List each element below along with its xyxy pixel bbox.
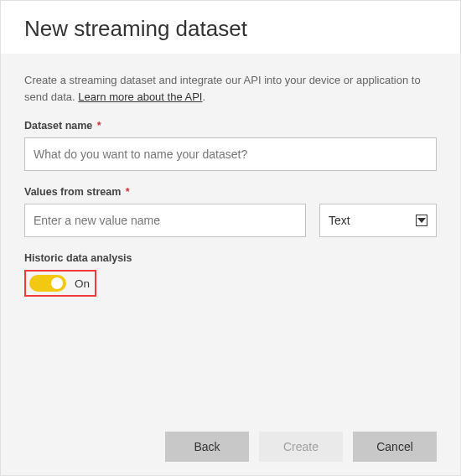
values-stream-label-text: Values from stream: [24, 186, 121, 198]
value-type-selected: Text: [329, 214, 350, 227]
chevron-down-icon: [416, 215, 427, 226]
streaming-dataset-panel: New streaming dataset Create a streaming…: [0, 0, 461, 476]
required-mark: *: [97, 120, 101, 132]
cancel-button[interactable]: Cancel: [353, 432, 437, 462]
dataset-name-group: Dataset name *: [24, 120, 437, 171]
dataset-name-label-text: Dataset name: [24, 120, 92, 132]
historic-label: Historic data analysis: [24, 252, 437, 264]
value-type-select[interactable]: Text: [319, 204, 437, 237]
historic-group: Historic data analysis On: [24, 252, 437, 297]
panel-body: Create a streaming dataset and integrate…: [1, 54, 460, 475]
create-button[interactable]: Create: [259, 432, 343, 462]
values-stream-label: Values from stream *: [24, 186, 437, 198]
intro-suffix: .: [202, 91, 205, 103]
historic-toggle-state: On: [75, 277, 90, 290]
historic-toggle[interactable]: [29, 275, 66, 292]
dataset-name-label: Dataset name *: [24, 120, 437, 132]
panel-title: New streaming dataset: [24, 16, 437, 42]
learn-more-link[interactable]: Learn more about the API: [78, 91, 202, 103]
back-button[interactable]: Back: [165, 432, 249, 462]
values-stream-row: Text: [24, 204, 437, 237]
values-stream-group: Values from stream * Text: [24, 186, 437, 237]
required-mark: *: [126, 186, 130, 198]
panel-header: New streaming dataset: [1, 1, 460, 54]
intro-text: Create a streaming dataset and integrate…: [24, 72, 437, 105]
value-name-input[interactable]: [24, 204, 306, 237]
value-type-select-wrap: Text: [319, 204, 437, 237]
toggle-knob: [51, 277, 63, 289]
historic-toggle-row: On: [24, 270, 96, 297]
panel-footer: Back Create Cancel: [24, 415, 437, 462]
dataset-name-input[interactable]: [24, 137, 437, 171]
